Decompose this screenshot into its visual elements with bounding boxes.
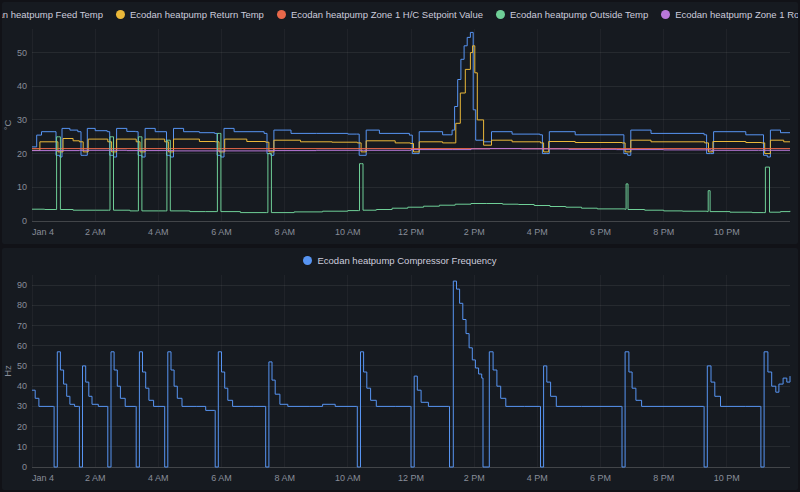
x-tick-label: 10 AM xyxy=(335,473,361,483)
y-tick-label: 60 xyxy=(17,341,27,351)
temperature-chart[interactable]: 01020304050Jan 42 AM4 AM6 AM8 AM10 AM12 … xyxy=(2,23,798,243)
y-tick-label: 0 xyxy=(22,462,27,472)
series-color-dot xyxy=(303,256,312,265)
x-tick-label: 10 PM xyxy=(714,227,740,237)
compressor-legend: Ecodan heatpump Compressor Frequency xyxy=(2,248,798,269)
series-color-dot xyxy=(496,10,505,19)
x-tick-label: 6 AM xyxy=(211,473,232,483)
legend-item[interactable]: Ecodan heatpump Feed Temp xyxy=(2,9,103,20)
y-tick-label: 30 xyxy=(17,115,27,125)
y-tick-label: 10 xyxy=(17,442,27,452)
x-tick-label: 4 PM xyxy=(527,227,548,237)
y-tick-label: 70 xyxy=(17,321,27,331)
x-tick-label: 6 PM xyxy=(590,473,611,483)
series-name: Ecodan heatpump Zone 1 Room Temp xyxy=(675,9,798,20)
x-tick-label: 2 PM xyxy=(464,227,485,237)
x-tick-label: 2 AM xyxy=(85,473,106,483)
x-tick-label: 4 AM xyxy=(148,473,169,483)
x-tick-label: Jan 4 xyxy=(32,227,54,237)
series-name: Ecodan heatpump Zone 1 H/C Setpoint Valu… xyxy=(291,9,483,20)
x-tick-label: 8 PM xyxy=(653,227,674,237)
y-tick-label: 50 xyxy=(17,361,27,371)
x-tick-label: 12 PM xyxy=(398,473,424,483)
y-tick-label: 80 xyxy=(17,300,27,310)
legend-item[interactable]: Ecodan heatpump Outside Temp xyxy=(496,9,648,20)
x-tick-label: 2 AM xyxy=(85,227,106,237)
y-tick-label: 50 xyxy=(17,48,27,58)
compressor-frequency-panel: Ecodan heatpump Compressor Frequency 010… xyxy=(2,248,798,490)
x-tick-label: 12 PM xyxy=(398,227,424,237)
compressor-frequency-chart[interactable]: 0102030405060708090Jan 42 AM4 AM6 AM8 AM… xyxy=(2,269,798,489)
y-tick-label: 40 xyxy=(17,381,27,391)
temperature-panel: Ecodan heatpump Feed TempEcodan heatpump… xyxy=(2,2,798,244)
x-tick-label: 2 PM xyxy=(464,473,485,483)
x-tick-label: 6 AM xyxy=(211,227,232,237)
y-tick-label: 30 xyxy=(17,401,27,411)
series-name: Ecodan heatpump Compressor Frequency xyxy=(317,255,496,266)
x-tick-label: Jan 4 xyxy=(32,473,54,483)
x-tick-label: 4 PM xyxy=(527,473,548,483)
series-color-dot xyxy=(277,10,286,19)
x-tick-label: 6 PM xyxy=(590,227,611,237)
series-color-dot xyxy=(661,10,670,19)
y-tick-label: 10 xyxy=(17,182,27,192)
legend-item[interactable]: Ecodan heatpump Zone 1 Room Temp xyxy=(661,9,798,20)
x-tick-label: 8 AM xyxy=(274,227,295,237)
y-axis-unit: °C xyxy=(2,120,13,131)
legend-item[interactable]: Ecodan heatpump Compressor Frequency xyxy=(303,255,496,266)
series-name: Ecodan heatpump Outside Temp xyxy=(510,9,648,20)
y-tick-label: 20 xyxy=(17,422,27,432)
temperature-legend: Ecodan heatpump Feed TempEcodan heatpump… xyxy=(2,2,798,23)
y-tick-label: 0 xyxy=(22,216,27,226)
y-tick-label: 90 xyxy=(17,280,27,290)
y-tick-label: 40 xyxy=(17,81,27,91)
y-tick-label: 20 xyxy=(17,149,27,159)
legend-item[interactable]: Ecodan heatpump Return Temp xyxy=(116,9,264,20)
series-color-dot xyxy=(116,10,125,19)
x-tick-label: 8 AM xyxy=(274,473,295,483)
y-axis-unit: Hz xyxy=(2,365,13,377)
x-tick-label: 4 AM xyxy=(148,227,169,237)
grafana-dashboard: Ecodan heatpump Feed TempEcodan heatpump… xyxy=(0,0,800,492)
x-tick-label: 10 PM xyxy=(714,473,740,483)
x-tick-label: 10 AM xyxy=(335,227,361,237)
series-name: Ecodan heatpump Return Temp xyxy=(130,9,264,20)
series-name: Ecodan heatpump Feed Temp xyxy=(2,9,103,20)
x-tick-label: 8 PM xyxy=(653,473,674,483)
legend-item[interactable]: Ecodan heatpump Zone 1 H/C Setpoint Valu… xyxy=(277,9,483,20)
